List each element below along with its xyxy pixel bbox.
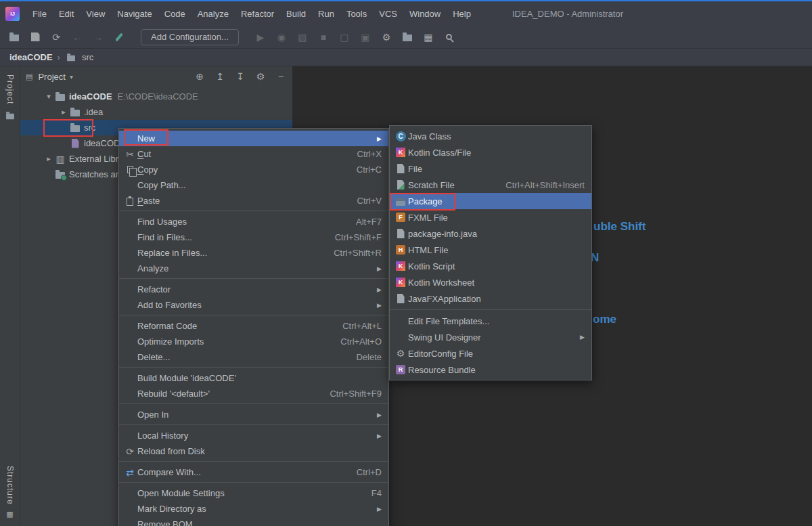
menu-item-label: Rebuild '<default>'	[137, 389, 210, 399]
wrench-icon[interactable]: ⚙	[380, 31, 392, 43]
menu-vcs[interactable]: VCS	[373, 1, 403, 26]
new-submenu-item-kotlin-worksheet[interactable]: KKotlin Worksheet	[390, 274, 591, 290]
menu-item-label: Java Class	[408, 131, 451, 141]
context-menu-item-open-in[interactable]: Open In▶	[119, 407, 388, 422]
search-everywhere-icon[interactable]	[443, 31, 455, 43]
context-menu-item-replace-in-files[interactable]: Replace in Files...Ctrl+Shift+R	[119, 245, 388, 261]
new-submenu-item-kotlin-class-file[interactable]: KKotlin Class/File	[390, 144, 591, 160]
submenu-arrow-icon: ▶	[377, 433, 382, 439]
breadcrumb-src[interactable]: src	[82, 52, 93, 62]
new-submenu-item-resource-bundle[interactable]: RResource Bundle	[390, 361, 591, 378]
menu-help[interactable]: Help	[447, 1, 477, 26]
menu-item-shortcut: Ctrl+Alt+L	[342, 321, 382, 331]
sync-icon[interactable]: ⟳	[50, 31, 62, 43]
icon-spacer	[124, 351, 136, 364]
new-submenu-item-kotlin-script[interactable]: KKotlin Script	[390, 258, 591, 274]
new-submenu-item-scratch-file[interactable]: Scratch FileCtrl+Alt+Shift+Insert	[390, 177, 591, 193]
save-icon[interactable]	[29, 31, 41, 43]
context-menu-item-copy-path[interactable]: Copy Path...	[119, 177, 388, 193]
new-submenu-item-package-info-java[interactable]: package-info.java	[390, 225, 591, 242]
chevron-down-icon[interactable]: ▾	[70, 73, 73, 81]
context-menu-item-remove-bom[interactable]: Remove BOM	[119, 517, 388, 526]
menu-edit[interactable]: Edit	[53, 1, 80, 26]
context-menu-item-delete[interactable]: Delete...Delete	[119, 349, 388, 365]
menu-code[interactable]: Code	[158, 1, 191, 26]
menu-window[interactable]: Window	[403, 1, 447, 26]
tree-chevron-icon[interactable]: ▾	[43, 92, 54, 101]
icon-spacer	[124, 430, 136, 442]
profiler-icon[interactable]: ▣	[359, 31, 371, 43]
back-icon[interactable]: ←	[71, 31, 83, 43]
project-panel-title[interactable]: Project	[38, 72, 65, 82]
forward-icon[interactable]: →	[92, 31, 104, 43]
context-menu-item-cut[interactable]: ✂CutCtrl+X	[119, 146, 388, 162]
context-menu-item-compare-with[interactable]: ⇄Compare With...Ctrl+D	[119, 464, 388, 480]
menu-item-label: Replace in Files...	[137, 248, 207, 258]
context-menu-item-copy[interactable]: CopyCtrl+C	[119, 162, 388, 177]
context-menu-item-paste[interactable]: PasteCtrl+V	[119, 193, 388, 209]
tool-window-button-project[interactable]: Project	[5, 74, 15, 104]
project-stripe-folder-icon[interactable]	[4, 110, 16, 122]
tree-chevron-icon[interactable]: ▸	[58, 108, 69, 116]
breadcrumb-project[interactable]: ideaCODE	[9, 52, 53, 62]
menu-file[interactable]: File	[26, 1, 53, 26]
menu-refactor[interactable]: Refactor	[235, 1, 280, 26]
context-menu-item-add-to-favorites[interactable]: Add to Favorites▶	[119, 297, 388, 313]
window-accent-line	[0, 0, 812, 1]
menu-item-label: FXML File	[408, 213, 448, 223]
menu-run[interactable]: Run	[312, 1, 340, 26]
kotlin-icon: K	[394, 260, 407, 272]
context-menu-item-reload-from-disk[interactable]: ⟳Reload from Disk	[119, 443, 388, 459]
menu-separator	[119, 424, 388, 425]
coverage-icon[interactable]: ▨	[296, 31, 309, 43]
debug-icon[interactable]: ◉	[275, 31, 288, 43]
run-icon[interactable]: ▶	[254, 31, 267, 43]
context-menu-item-find-usages[interactable]: Find UsagesAlt+F7	[119, 214, 388, 229]
new-submenu-item-java-class[interactable]: CJava Class	[390, 128, 591, 144]
context-menu-item-build-module-ideacode[interactable]: Build Module 'ideaCODE'	[119, 370, 388, 386]
pencil-icon[interactable]	[113, 31, 125, 43]
context-menu-item-mark-directory-as[interactable]: Mark Directory as▶	[119, 501, 388, 517]
locate-icon[interactable]: ⊕	[194, 70, 206, 83]
icon-spacer	[124, 179, 136, 192]
layout-icon[interactable]: ▦	[422, 31, 434, 43]
tree-chevron-icon[interactable]: ▸	[43, 154, 54, 163]
new-submenu-item-swing-ui-designer[interactable]: Swing UI Designer▶	[390, 329, 591, 345]
menu-item-shortcut: Ctrl+D	[357, 467, 382, 477]
run-configuration-selector[interactable]: Add Configuration...	[141, 29, 239, 45]
menu-item-label: Optimize Imports	[137, 336, 204, 347]
context-menu-item-optimize-imports[interactable]: Optimize ImportsCtrl+Alt+O	[119, 334, 388, 349]
structure-stripe-icon[interactable]: ▦	[6, 510, 13, 518]
stop-icon[interactable]: ■	[317, 31, 330, 43]
context-menu-item-refactor[interactable]: Refactor▶	[119, 282, 388, 297]
menu-build[interactable]: Build	[280, 1, 312, 26]
context-menu-item-analyze[interactable]: Analyze▶	[119, 261, 388, 276]
project-structure-icon[interactable]	[401, 31, 413, 43]
menu-view[interactable]: View	[80, 1, 111, 26]
scroll-up-icon[interactable]: ↥	[214, 70, 226, 83]
menu-separator	[119, 278, 388, 279]
scroll-down-icon[interactable]: ↧	[234, 70, 246, 83]
menu-navigate[interactable]: Navigate	[111, 1, 158, 26]
new-submenu-item-javafxapplication[interactable]: JavaFXApplication	[390, 290, 591, 307]
new-submenu-item-html-file[interactable]: HHTML File	[390, 242, 591, 258]
attach-icon[interactable]: ▢	[338, 31, 351, 43]
tool-window-button-structure[interactable]: Structure	[5, 466, 15, 505]
menu-tools[interactable]: Tools	[340, 1, 373, 26]
new-submenu-item-editorconfig-file[interactable]: ⚙EditorConfig File	[390, 345, 591, 361]
tree-item-idea[interactable]: ▸.idea	[20, 104, 292, 120]
hide-icon[interactable]: −	[275, 70, 287, 83]
context-menu-item-local-history[interactable]: Local History▶	[119, 428, 388, 443]
context-menu-item-find-in-files[interactable]: Find in Files...Ctrl+Shift+F	[119, 229, 388, 245]
menu-analyze[interactable]: Analyze	[191, 1, 235, 26]
tree-item-ideacode[interactable]: ▾ideaCODEE:\CODE\ideaCODE	[20, 89, 292, 104]
new-submenu-item-edit-file-templates[interactable]: Edit File Templates...	[390, 313, 591, 329]
new-submenu-item-file[interactable]: File	[390, 160, 591, 177]
settings-icon[interactable]: ⚙	[254, 70, 267, 83]
new-submenu-item-fxml-file[interactable]: FFXML File	[390, 209, 591, 225]
open-icon[interactable]	[8, 31, 20, 43]
menu-item-label: Find Usages	[137, 217, 187, 227]
context-menu-item-rebuild-default[interactable]: Rebuild '<default>'Ctrl+Shift+F9	[119, 386, 388, 401]
context-menu-item-open-module-settings[interactable]: Open Module SettingsF4	[119, 485, 388, 501]
context-menu-item-reformat-code[interactable]: Reformat CodeCtrl+Alt+L	[119, 318, 388, 334]
